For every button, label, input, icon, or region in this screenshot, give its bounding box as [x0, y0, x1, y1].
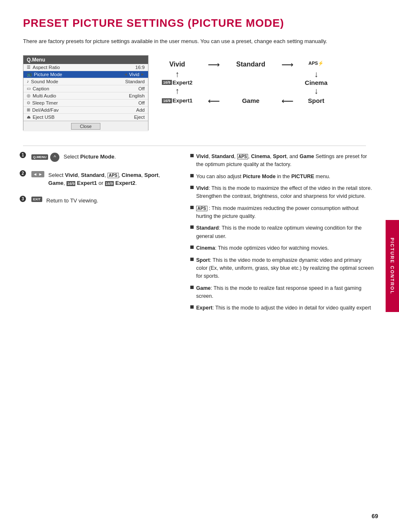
info-text-7: Sport: This is the video mode to emphasi…	[196, 256, 374, 281]
arrow-down-cinema-sport: ↓	[300, 86, 332, 96]
qmenu-close-button[interactable]: Close	[71, 123, 100, 130]
qmenu-value-caption: Off	[138, 86, 145, 91]
arrow-up-expert2: ↑	[153, 69, 202, 79]
nav-button-icon: ◄ ►	[31, 171, 44, 177]
step1-text: Select Picture Mode.	[64, 153, 116, 161]
mode-cinema-label: Cinema	[300, 79, 332, 86]
diagram-row1: Vivid ⟶ Standard ⟶ APS⚡	[153, 59, 332, 69]
eject-icon: ⏏	[27, 115, 31, 119]
qmenu-label-ejectusb: ⏏ Eject USB	[27, 115, 54, 120]
bullet-2	[190, 174, 194, 177]
step2-text: Select Vivid, Standard, APS, Cinema, Spo…	[49, 171, 178, 187]
picturemode-current: Vivid	[129, 72, 139, 77]
qmenu-label-text-soundmode: Sound Mode	[31, 79, 58, 84]
section-divider	[23, 146, 366, 146]
qmenu-value-soundmode: Standard	[125, 79, 145, 84]
info-item-6: Cinema: This mode optimizes video for wa…	[190, 244, 374, 252]
exit-button-icon: EXIT	[31, 197, 42, 202]
sleep-icon: ⊙	[27, 100, 30, 105]
step1-icons: Q.MENU ^	[31, 153, 59, 162]
qmenu-label-text-caption: Caption	[33, 86, 49, 91]
arrow-standard-aps: ⟶	[275, 59, 300, 69]
bullet-3	[190, 186, 194, 189]
qmenu-label-picturemode: 📺 Picture Mode	[27, 72, 62, 77]
qmenu-close-row: Close	[23, 121, 148, 131]
qmenu-value-ejectusb: Eject	[134, 115, 145, 120]
main-content: 1 Q.MENU ^ Select Picture Mode. 2 ◄ ►	[23, 153, 374, 316]
step3-text: Return to TV viewing.	[46, 197, 98, 205]
info-item-1: Vivid, Standard, APS, Cinema, Sport, and…	[190, 153, 374, 169]
bullet-6	[190, 246, 194, 249]
confirm-button-icon: ^	[50, 153, 59, 162]
qmenu-label-sleeptimer: ⊙ Sleep Timer	[27, 100, 58, 105]
qmenu-button-icon: Q.MENU	[31, 154, 48, 160]
qmenu-value-aspect: 16:9	[136, 65, 145, 70]
qmenu-value-picturemode: ◄ Vivid ►	[123, 72, 145, 77]
diagram-row5: 16/9 Expert1 ⟵ Game ⟵ Sport	[153, 96, 332, 106]
intro-text: There are factory presets for picture se…	[23, 37, 366, 46]
arrow-right-icon: ►	[141, 72, 145, 77]
qmenu-value-multiaudio: English	[129, 93, 145, 98]
step3-icons: EXIT	[31, 197, 42, 202]
arrow-down-aps-cinema: ↓	[300, 69, 332, 79]
qmenu-label-text-multiaudio: Multi Audio	[33, 93, 56, 98]
info-text-2: You can also adjust Picture Mode in the …	[196, 173, 374, 181]
step2-icons: ◄ ►	[31, 171, 44, 177]
mode-aps-label: APS⚡	[300, 61, 332, 68]
qmenu-label-text-aspect: Aspect Ratio	[33, 65, 60, 70]
picture-icon: 📺	[27, 72, 32, 77]
qmenu-label-text-ejectusb: Eject USB	[33, 115, 54, 120]
info-text-8: Game: This is the mode to realize fast r…	[196, 284, 374, 301]
qmenu-value-sleeptimer: Off	[138, 100, 145, 105]
step1-number: 1	[20, 152, 26, 158]
info-text-5: Standard: This is the mode to realize op…	[196, 224, 374, 240]
bullet-4	[190, 206, 194, 209]
qmenu-label-multiaudio: ◎ Multi Audio	[27, 93, 56, 98]
menu-icon: ☰	[27, 65, 31, 69]
mode-expert1-label: 16/9 Expert1	[153, 97, 202, 104]
info-item-8: Game: This is the mode to realize fast r…	[190, 284, 374, 301]
bullet-5	[190, 225, 194, 229]
mode-vivid-label: Vivid	[153, 61, 202, 68]
sound-icon: ♪	[27, 79, 29, 84]
step3-number: 3	[20, 196, 26, 202]
qmenu-label-text-deladd: Del/Add/Fav	[32, 107, 59, 113]
diagram-row2: ↑ ↓	[153, 69, 332, 79]
info-item-5: Standard: This is the mode to realize op…	[190, 224, 374, 240]
mode-sport-label: Sport	[300, 97, 332, 104]
arrow-up-expert1: ↑	[153, 86, 202, 96]
info-item-4: APS : This mode maximizes reducting the …	[190, 205, 374, 221]
qmenu-row-picturemode: 📺 Picture Mode ◄ Vivid ►	[23, 71, 148, 78]
info-item-3: Vivid: This is the mode to maximize the …	[190, 184, 374, 201]
qmenu-label-aspect: ☰ Aspect Ratio	[27, 65, 60, 70]
qmenu-row-aspect: ☰ Aspect Ratio 16:9	[23, 64, 148, 71]
mode-standard-label: Standard	[226, 61, 275, 68]
info-text-4: APS : This mode maximizes reducting the …	[196, 205, 374, 221]
expert1-text: Expert1	[173, 97, 193, 104]
info-text-3: Vivid: This is the mode to maximize the …	[196, 184, 374, 201]
qmenu-label-text-picturemode: Picture Mode	[34, 72, 62, 77]
qmenu-row-deladd: ⊞ Del/Add/Fav Add	[23, 107, 148, 114]
steps-section: 1 Q.MENU ^ Select Picture Mode. 2 ◄ ►	[23, 153, 178, 316]
expert2-icon: 16/9	[162, 80, 172, 85]
qmenu-label-text-sleeptimer: Sleep Timer	[32, 100, 58, 105]
info-item-9: Expert: This is the mode to adjust the v…	[190, 304, 374, 312]
caption-icon: ▭	[27, 86, 31, 91]
step-2: 2 ◄ ► Select Vivid, Standard, APS, Cinem…	[23, 171, 178, 187]
info-text-9: Expert: This is the mode to adjust the v…	[196, 304, 374, 312]
qmenu-row-caption: ▭ Caption Off	[23, 85, 148, 92]
bullet-1	[190, 154, 194, 157]
diagram-row3: 16/9 Expert2 Cinema	[153, 79, 332, 86]
arrow-sport-game: ⟵	[275, 96, 300, 106]
sidebar-label: PICTURE CONTROL	[390, 238, 395, 294]
info-item-2: You can also adjust Picture Mode in the …	[190, 173, 374, 181]
bullet-8	[190, 286, 194, 289]
page-number: 69	[371, 513, 378, 519]
bullet-9	[190, 305, 194, 309]
diagram-row4: ↑ ↓	[153, 86, 332, 96]
mode-expert2-label: 16/9 Expert2	[153, 79, 202, 86]
info-section: Vivid, Standard, APS, Cinema, Sport, and…	[190, 153, 374, 316]
step-1: 1 Q.MENU ^ Select Picture Mode.	[23, 153, 178, 162]
qmenu-row-multiaudio: ◎ Multi Audio English	[23, 92, 148, 100]
step2-number: 2	[20, 170, 26, 176]
